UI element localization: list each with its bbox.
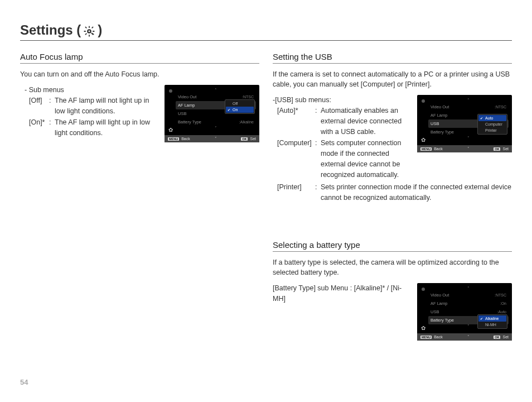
- menu-item-value: :NTSC: [495, 293, 506, 297]
- battery-intro: If a battery type is selected, the camer…: [273, 257, 512, 277]
- menu-popup: ✔AlkalineNi-MH: [477, 314, 507, 329]
- af-lamp-screenshot: ✿˄Video Out:NTSCAF LampUSBBattery Type:A…: [165, 85, 259, 142]
- usb-auto-key: [Auto]*: [277, 106, 315, 137]
- menu-item-value: :Alkaline: [239, 120, 254, 124]
- bullet-icon: [422, 288, 425, 291]
- check-icon: ✔: [228, 108, 231, 112]
- usb-auto-val: Automatically enables an external device…: [321, 106, 410, 137]
- menu-left-strip: ✿: [419, 97, 427, 145]
- menu-item-label: USB: [431, 121, 439, 126]
- menu-item-label: AF Lamp: [431, 301, 447, 306]
- set-label: Set: [502, 147, 509, 151]
- right-column: Setting the USB If the camera is set to …: [273, 47, 512, 341]
- set-label: Set: [250, 137, 256, 141]
- usb-intro: If the camera is set to connect automati…: [273, 69, 512, 89]
- menu-item[interactable]: Video Out:NTSC: [428, 291, 509, 299]
- menu-list: ˄Video Out:NTSCAF LampUSBBattery Type:Al…: [175, 87, 257, 135]
- menu-item-label: Battery Type: [431, 130, 454, 135]
- usb-computer-row: [Computer] : Sets computer connection mo…: [273, 138, 410, 180]
- arrow-down-icon: ˅: [467, 335, 470, 339]
- bullet-icon: [422, 99, 425, 103]
- battery-sub-line: [Battery Type] sub Menu : [Alkaline]* / …: [273, 283, 410, 304]
- menu-item[interactable]: AF Lamp:On: [428, 299, 509, 308]
- page-title-suffix: ): [98, 22, 102, 38]
- back-label: Back: [181, 137, 190, 141]
- menu-popup: Off✔On: [225, 99, 255, 114]
- popup-option[interactable]: Off: [226, 100, 254, 107]
- popup-option-label: Computer: [485, 122, 502, 126]
- page-title: Settings (: [20, 22, 102, 38]
- spacer: [273, 204, 512, 236]
- af-lamp-on-row: [On]* : The AF lamp will light up in low…: [20, 117, 158, 138]
- menu-left-strip: ✿: [167, 87, 175, 135]
- gear-icon: ✿: [421, 137, 425, 143]
- section-heading-af-lamp: Auto Focus lamp: [20, 52, 259, 64]
- usb-computer-key: [Computer]: [277, 138, 315, 180]
- af-lamp-row: - Sub menus [Off] : The AF lamp will not…: [20, 85, 259, 142]
- menu-item-label: AF Lamp: [178, 103, 195, 108]
- popup-option[interactable]: Printer: [478, 127, 506, 133]
- menu-item[interactable]: Video Out:NTSC: [428, 103, 509, 111]
- gear-icon: [83, 22, 95, 38]
- page-number: 54: [20, 378, 28, 386]
- popup-option[interactable]: ✔On: [226, 107, 254, 113]
- battery-submenus: [Battery Type] sub Menu : [Alkaline]* / …: [273, 283, 410, 304]
- bullet-icon: [169, 89, 172, 93]
- popup-option[interactable]: Ni-MH: [478, 322, 506, 328]
- menu-item-label: USB: [431, 309, 439, 314]
- menu-list: ˄Video Out:NTSCAF Lamp:OnUSB:AutoBattery…: [427, 285, 510, 333]
- gear-icon: ✿: [421, 325, 425, 331]
- arrow-up-icon: ˄: [428, 98, 509, 103]
- menu-list: ˄Video Out:NTSCAF Lamp:OnUSBBattery Type…: [427, 97, 510, 145]
- svg-rect-2: [89, 35, 90, 37]
- popup-option-label: On: [233, 108, 238, 112]
- menu-item[interactable]: Battery Type:Alkaline: [176, 118, 256, 126]
- menu-button[interactable]: MENU: [420, 336, 432, 339]
- popup-option-label: Ni-MH: [485, 323, 496, 327]
- usb-screenshot: ✿˄Video Out:NTSCAF Lamp:OnUSBBattery Typ…: [417, 95, 512, 152]
- menu-button[interactable]: MENU: [420, 147, 432, 151]
- left-column: Auto Focus lamp You can turn on and off …: [20, 47, 259, 341]
- arrow-down-icon: ˅: [428, 136, 509, 141]
- back-label: Back: [434, 147, 443, 151]
- popup-option-label: Printer: [485, 128, 497, 132]
- af-lamp-intro: You can turn on and off the Auto Focus l…: [20, 69, 259, 79]
- af-lamp-off-key: [Off]: [29, 95, 49, 117]
- popup-option-label: Off: [233, 102, 238, 106]
- arrow-down-icon: ˅: [176, 126, 256, 131]
- popup-option[interactable]: ✔Auto: [478, 115, 506, 121]
- menu-item-label: Video Out: [431, 104, 449, 109]
- popup-option[interactable]: ✔Alkaline: [478, 315, 506, 322]
- menu-bottom-bar: MENUBack˅OKSet: [417, 145, 512, 152]
- usb-submenus: -[USB] sub menus: [Auto]* : Automaticall…: [273, 95, 410, 181]
- usb-printer-val: Sets printer connection mode if the conn…: [321, 182, 512, 203]
- af-lamp-off-val: The AF lamp will not light up in low lig…: [55, 95, 158, 117]
- menu-button[interactable]: MENU: [168, 137, 179, 141]
- menu-bottom-bar: MENUBack˅OKSet: [165, 135, 259, 142]
- check-icon: ✔: [480, 317, 484, 320]
- usb-row: -[USB] sub menus: [Auto]* : Automaticall…: [273, 95, 512, 181]
- svg-rect-1: [89, 26, 90, 28]
- ok-button[interactable]: OK: [494, 336, 500, 339]
- svg-rect-8: [85, 33, 88, 35]
- gear-icon: ✿: [168, 127, 173, 133]
- popup-option-label: Alkaline: [485, 317, 499, 320]
- usb-auto-row: [Auto]* : Automatically enables an exter…: [273, 106, 410, 137]
- popup-option[interactable]: Computer: [478, 121, 506, 127]
- back-label: Back: [434, 335, 443, 339]
- menu-item-value: :NTSC: [495, 105, 506, 109]
- ok-button[interactable]: OK: [241, 137, 248, 141]
- menu-item-label: Video Out: [178, 94, 196, 99]
- usb-printer-key: [Printer]: [277, 182, 315, 203]
- arrow-down-icon: ˅: [467, 147, 470, 151]
- page-title-prefix: Settings (: [20, 22, 81, 38]
- menu-item-label: AF Lamp: [431, 113, 447, 118]
- ok-button[interactable]: OK: [494, 147, 500, 151]
- section-heading-battery: Selecting a battery type: [273, 240, 512, 252]
- battery-screenshot: ✿˄Video Out:NTSCAF Lamp:OnUSB:AutoBatter…: [417, 283, 512, 341]
- menu-item-value: :On: [500, 302, 506, 305]
- svg-rect-4: [93, 31, 95, 32]
- section-heading-usb: Setting the USB: [273, 52, 512, 64]
- svg-rect-7: [91, 26, 94, 28]
- af-lamp-submenus: - Sub menus [Off] : The AF lamp will not…: [20, 85, 158, 140]
